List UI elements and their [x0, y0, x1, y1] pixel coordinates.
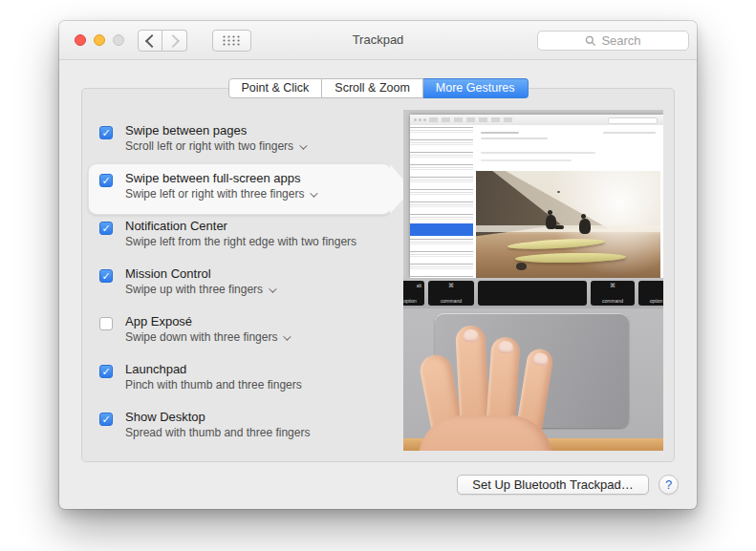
command-key-left: ⌘ command — [428, 281, 474, 306]
tab-scroll-and-zoom[interactable]: Scroll & Zoom — [322, 78, 423, 98]
mail-window — [410, 115, 663, 278]
mail-traffic-lights — [414, 118, 426, 121]
checkbox-notification-center[interactable] — [99, 222, 113, 235]
gesture-demo-video: alt option ⌘ command ⌘ command alt o — [403, 110, 663, 451]
tab-more-gestures[interactable]: More Gestures — [423, 78, 529, 98]
search-placeholder: Search — [601, 33, 640, 48]
surfboard-back — [508, 237, 606, 250]
gesture-row-swipe-between-pages: Swipe between pages Scroll left or right… — [96, 123, 382, 161]
space-key — [478, 281, 587, 306]
checkbox-swipe-fullscreen-apps[interactable] — [99, 174, 113, 187]
sea-mist — [476, 225, 660, 232]
checkbox-mission-control[interactable] — [99, 269, 113, 283]
titlebar: Trackpad Search — [59, 21, 697, 60]
gesture-row-show-desktop: Show Desktop Spread with thumb and three… — [96, 410, 382, 448]
chevron-left-icon — [144, 33, 158, 47]
gesture-subtitle-dropdown[interactable]: Scroll left or right with two fingers — [125, 139, 305, 153]
chevron-right-icon — [166, 33, 180, 47]
option-key-left: alt option — [403, 281, 424, 306]
preferences-window: Trackpad Search Point & Click Scroll & Z… — [59, 21, 697, 509]
gesture-title: Notification Center — [125, 219, 227, 233]
search-input[interactable]: Search — [537, 31, 689, 51]
gesture-title: Mission Control — [125, 266, 211, 281]
checkbox-app-expose[interactable] — [99, 317, 113, 330]
beach-photo — [476, 171, 660, 278]
gesture-title: Swipe between full-screen apps — [125, 171, 301, 185]
search-icon — [585, 35, 596, 47]
help-button[interactable]: ? — [659, 475, 679, 495]
keyboard-strip: alt option ⌘ command ⌘ command alt o — [403, 278, 663, 308]
gesture-subtitle-dropdown[interactable]: Swipe up with three fingers — [125, 283, 274, 296]
gesture-subtitle: Pinch with thumb and three fingers — [125, 378, 302, 392]
tab-bar: Point & Click Scroll & Zoom More Gesture… — [227, 78, 528, 98]
checkbox-show-desktop[interactable] — [99, 413, 113, 426]
traffic-lights — [75, 34, 124, 46]
minimize-button[interactable] — [94, 34, 105, 46]
surfer-sitting-left — [546, 215, 556, 229]
bird — [557, 191, 560, 193]
gesture-title: Show Desktop — [125, 410, 205, 424]
chevron-down-icon — [299, 141, 307, 149]
gestures-panel: Swipe between pages Scroll left or right… — [81, 88, 675, 462]
option-key-right: alt option — [638, 281, 663, 306]
gesture-row-notification-center: Notification Center Swipe left from the … — [96, 219, 382, 257]
setup-bluetooth-trackpad-button[interactable]: Set Up Bluetooth Trackpad… — [457, 475, 649, 495]
chevron-down-icon — [284, 332, 292, 340]
gesture-row-mission-control: Mission Control Swipe up with three fing… — [96, 266, 382, 305]
trackpad-area — [403, 308, 663, 451]
gesture-row-app-expose: App Exposé Swipe down with three fingers — [96, 314, 382, 352]
tab-point-and-click[interactable]: Point & Click — [227, 78, 322, 98]
forward-button-disabled — [162, 30, 187, 52]
command-key-right: ⌘ command — [591, 281, 635, 306]
mail-message-pane — [473, 125, 663, 278]
gesture-subtitle: Spread with thumb and three fingers — [125, 426, 310, 439]
surfboard-front — [514, 252, 625, 264]
mail-selected-message — [410, 223, 473, 236]
mail-message-list — [410, 125, 474, 278]
gesture-subtitle-dropdown[interactable]: Swipe left or right with three fingers — [125, 187, 315, 201]
gesture-title: App Exposé — [125, 314, 192, 328]
gesture-subtitle-dropdown[interactable]: Swipe down with three fingers — [125, 330, 289, 344]
show-all-button[interactable] — [212, 30, 251, 52]
gesture-title: Launchpad — [125, 362, 186, 376]
zoom-button-disabled — [113, 34, 124, 46]
mail-search-field — [608, 117, 658, 124]
checkbox-launchpad[interactable] — [99, 365, 113, 378]
beach-gear — [516, 263, 527, 270]
gesture-row-swipe-fullscreen-apps: Swipe between full-screen apps Swipe lef… — [96, 171, 382, 209]
surfer-sitting-right — [579, 219, 591, 234]
gesture-subtitle: Swipe left from the right edge with two … — [125, 235, 356, 248]
chevron-down-icon — [311, 189, 318, 197]
gesture-title: Swipe between pages — [125, 123, 247, 138]
mail-toolbar-buttons — [429, 117, 515, 122]
grid-dots-icon — [222, 34, 242, 47]
nav-button-group — [138, 30, 187, 52]
checkbox-swipe-between-pages[interactable] — [99, 126, 113, 139]
desktop-screenshot — [403, 110, 663, 278]
gesture-row-launchpad: Launchpad Pinch with thumb and three fin… — [96, 362, 382, 400]
chevron-down-icon — [269, 285, 276, 292]
close-button[interactable] — [75, 34, 86, 46]
back-button[interactable] — [138, 30, 162, 52]
